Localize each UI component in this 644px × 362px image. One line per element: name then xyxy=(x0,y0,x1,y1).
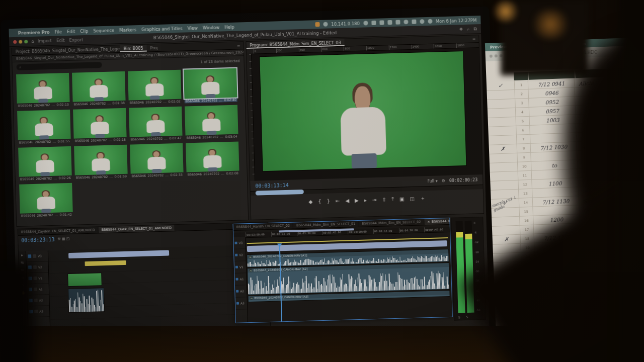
audio-meter-right[interactable] xyxy=(465,221,474,313)
ripple-tool[interactable]: ↹ xyxy=(21,261,24,265)
cloud-icon[interactable] xyxy=(379,20,384,25)
shield-icon[interactable] xyxy=(371,21,376,25)
menubar-item[interactable]: File xyxy=(54,29,62,34)
track-toggle[interactable] xyxy=(28,265,32,269)
preview-menu-view[interactable]: View xyxy=(534,43,543,48)
preview-menu-go[interactable]: Go xyxy=(548,42,553,47)
bin-clip[interactable]: B565046_20240702_C002 0:01:38 xyxy=(72,71,126,107)
bin-clip[interactable]: B565046_20240702_C009 0:02:26 xyxy=(18,146,72,182)
track-header[interactable]: V3 xyxy=(233,237,246,249)
bin-clip[interactable]: B565046_20240702_C001 0:02:13 xyxy=(16,73,70,108)
clip-thumbnail[interactable] xyxy=(18,146,72,177)
track-header[interactable]: A1 xyxy=(234,273,247,286)
tab-overflow[interactable]: Proj xyxy=(146,44,161,52)
track-toggle[interactable] xyxy=(28,254,31,258)
bin-search-input[interactable]: ⌕ xyxy=(16,62,102,70)
clip-thumbnail[interactable] xyxy=(72,71,126,102)
bin-clip[interactable]: B565046_20240702_C003 0:02:02 xyxy=(128,70,182,105)
menubar-app-name[interactable]: Premiere Pro xyxy=(18,29,50,35)
track-toggle[interactable] xyxy=(29,288,32,291)
battery-icon[interactable] xyxy=(387,20,392,25)
transport-button[interactable]: ⇥ xyxy=(372,197,377,202)
fullscreen-icon[interactable]: ⧉ xyxy=(473,26,477,32)
preview-menu-tools[interactable]: Tools xyxy=(557,42,567,47)
selection-tool[interactable]: ▸ xyxy=(21,253,23,257)
clip-thumbnail[interactable] xyxy=(17,110,71,140)
track-header[interactable]: A2 xyxy=(27,295,49,306)
video-clip[interactable] xyxy=(68,250,169,258)
close-icon[interactable]: × xyxy=(427,220,430,224)
menubar-item[interactable]: Sequence xyxy=(93,28,114,33)
search-icon[interactable]: ⌕ xyxy=(467,26,469,32)
traffic-lights[interactable] xyxy=(490,54,503,58)
menubar-item[interactable]: Markers xyxy=(119,27,136,33)
tab-bin-b005[interactable]: Bin: B005 xyxy=(120,45,147,52)
traffic-lights[interactable] xyxy=(13,40,28,44)
logsheet-photo[interactable]: ✓ 1 7/12 0941 Alicia 2 0946 xyxy=(486,55,644,362)
audio-clip-waveform[interactable] xyxy=(68,288,104,312)
razor-tool[interactable]: ✂ xyxy=(21,268,24,273)
track-lock-toggle[interactable] xyxy=(33,265,37,269)
solo-left-button[interactable]: S xyxy=(458,315,460,319)
transport-button[interactable]: ⇧ xyxy=(382,197,386,202)
clip-thumbnail[interactable] xyxy=(73,108,127,139)
solo-right-button[interactable]: S xyxy=(466,315,468,319)
bin-clip[interactable]: B565046_20240702_C012 0:02:08 xyxy=(186,142,239,177)
bin-clip[interactable]: B565046_20240702_C004 0:02:40 xyxy=(184,68,237,104)
preview-app-name[interactable]: Preview xyxy=(490,44,507,49)
transport-button[interactable]: ◆ xyxy=(308,199,312,204)
transport-button[interactable]: ◀ xyxy=(345,198,349,203)
track-lock-toggle[interactable] xyxy=(34,288,37,291)
track-header[interactable]: A3 xyxy=(28,306,50,317)
video-clip-thumbnail[interactable] xyxy=(68,273,102,286)
track-toggle[interactable] xyxy=(235,254,237,256)
workspace-tab[interactable]: Export xyxy=(69,37,83,43)
transport-button[interactable]: ⤒ xyxy=(391,196,394,202)
track-header[interactable]: V2 xyxy=(234,249,246,261)
panel-menu-icon[interactable]: ≡ xyxy=(234,43,244,48)
clip-thumbnail[interactable] xyxy=(16,73,70,104)
clip-thumbnail[interactable] xyxy=(128,70,182,101)
menubar-item[interactable]: View xyxy=(187,25,197,31)
status-orange-icon[interactable] xyxy=(315,22,319,27)
timeline-timecode[interactable]: 00:03:23:13 xyxy=(21,236,55,243)
timeline-tracks-right[interactable]: fxB565046_20240702_CANON-MAV [A1] fxB565… xyxy=(246,231,452,322)
program-scrubber[interactable] xyxy=(256,190,304,196)
preview-menu-edit[interactable]: Edit xyxy=(522,43,530,48)
timeline-options-icons[interactable]: ⚒ ▦ ◳ xyxy=(57,237,69,241)
track-header[interactable]: V1 xyxy=(27,273,49,284)
menubar-item[interactable]: Window xyxy=(203,25,220,30)
track-lock-toggle[interactable] xyxy=(33,254,36,258)
track-toggle[interactable] xyxy=(236,302,239,305)
bin-clip[interactable]: B565046_20240702_C013 0:01:42 xyxy=(19,183,73,218)
hand-tool[interactable]: ✋ xyxy=(21,291,26,295)
clip-thumbnail[interactable] xyxy=(130,143,184,174)
menubar-clock[interactable]: Mon 6 Jan 12:27PM xyxy=(436,18,477,24)
audio-clip-a2[interactable]: fxB565046_20240702_CANON-MAV [A2] xyxy=(248,263,449,295)
workspaces-icon[interactable]: ❖ xyxy=(459,27,463,32)
track-lock-toggle[interactable] xyxy=(33,277,37,280)
clip-thumbnail[interactable] xyxy=(19,183,73,214)
transport-button[interactable]: { xyxy=(318,199,321,204)
input-source-icon[interactable] xyxy=(395,20,400,25)
track-toggle[interactable] xyxy=(235,242,237,244)
track-toggle[interactable] xyxy=(236,290,238,293)
menubar-item[interactable]: Edit xyxy=(67,29,75,34)
bin-clip[interactable]: B565046_20240702_C008 0:03:04 xyxy=(185,105,238,140)
menubar-item[interactable]: Graphics and Titles xyxy=(141,26,183,32)
preview-menu-window[interactable]: Window xyxy=(571,41,586,46)
track-header[interactable]: V2 xyxy=(26,261,48,273)
track-toggle[interactable] xyxy=(236,278,238,281)
track-header[interactable]: A2 xyxy=(235,285,247,298)
home-icon[interactable]: ⌂ xyxy=(31,39,34,44)
zoom-level-dropdown[interactable]: Full ▾ xyxy=(427,178,437,184)
status-dot-icon[interactable] xyxy=(323,22,328,27)
clip-thumbnail[interactable] xyxy=(74,145,128,175)
track-header[interactable]: A1 xyxy=(27,284,49,295)
track-header[interactable]: A3 xyxy=(235,297,248,310)
track-header[interactable]: V3 xyxy=(26,250,48,262)
preview-menu-file[interactable]: File xyxy=(512,44,518,48)
caption-clip[interactable] xyxy=(85,260,126,266)
bin-clip[interactable]: B565046_20240702_C006 0:02:18 xyxy=(73,108,127,143)
sync-icon[interactable] xyxy=(363,21,368,25)
